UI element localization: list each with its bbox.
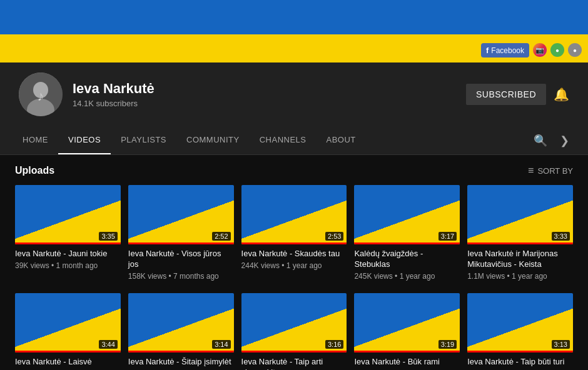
video-thumb-7: 3:14 <box>128 293 234 352</box>
video-duration-3: 2:53 <box>325 232 343 241</box>
channel-info: ♪ Ieva Narkutė 14.1K subscribers <box>19 72 155 116</box>
uploads-title: Uploads <box>15 165 54 176</box>
video-card-2[interactable]: 2:52 Ieva Narkutė - Visos jūros jos 158K… <box>128 185 234 281</box>
sort-by-label: SORT BY <box>537 166 573 176</box>
main-content: Uploads ≡ SORT BY 3:35 Ieva Narkutė - Ja… <box>0 155 588 370</box>
video-card-1[interactable]: 3:35 Ieva Narkutė - Jauni tokie 39K view… <box>15 185 121 281</box>
video-meta-4: 245K views • 1 year ago <box>354 272 460 281</box>
video-thumb-8: 3:16 <box>241 293 347 352</box>
video-title-9: Ieva Narkutė - Būk rami <box>354 357 460 368</box>
video-card-7[interactable]: 3:14 Ieva Narkutė - Šitaip įsimylėt <box>128 293 234 370</box>
video-meta-1: 39K views • 1 month ago <box>15 261 121 270</box>
video-thumb-3: 2:53 <box>241 185 347 244</box>
video-duration-4: 3:17 <box>438 232 457 241</box>
tab-home[interactable]: HOME <box>13 126 58 154</box>
video-card-8[interactable]: 3:16 Ieva Narkutė - Taip arti vienas kit… <box>241 293 347 370</box>
video-thumb-9: 3:19 <box>354 293 460 352</box>
video-card-4[interactable]: 3:17 Kalėdų žvaigždės - Stebuklas 245K v… <box>354 185 460 281</box>
video-title-1: Ieva Narkutė - Jauni tokie <box>15 249 121 259</box>
video-title-6: Ieva Narkutė - Laisvė <box>15 357 121 368</box>
video-card-3[interactable]: 2:53 Ieva Narkutė - Skaudės tau 244K vie… <box>241 185 347 281</box>
social-links: f Facebook 📷 ● ● <box>481 43 582 58</box>
video-duration-5: 3:33 <box>552 232 570 241</box>
video-meta-5: 1.1M views • 1 year ago <box>467 272 573 281</box>
video-duration-9: 3:19 <box>438 340 457 349</box>
instagram-button[interactable]: 📷 <box>533 43 547 57</box>
video-title-10: Ieva Narkutė - Taip būti turi <box>467 357 573 368</box>
channel-text: Ieva Narkutė 14.1K subscribers <box>73 81 155 108</box>
video-grid-row1: 3:35 Ieva Narkutė - Jauni tokie 39K view… <box>15 185 573 281</box>
video-meta-2: 158K views • 7 months ago <box>128 272 234 281</box>
notification-bell-button[interactable]: 🔔 <box>554 87 569 102</box>
channel-banner: f Facebook 📷 ● ● <box>0 0 588 62</box>
video-title-3: Ieva Narkutė - Skaudės tau <box>241 249 347 259</box>
video-thumb-1: 3:35 <box>15 185 121 244</box>
facebook-icon: f <box>486 46 489 55</box>
video-title-7: Ieva Narkutė - Šitaip įsimylėt <box>128 357 234 368</box>
tab-channels[interactable]: CHANNELS <box>250 126 317 154</box>
sort-by-button[interactable]: ≡ SORT BY <box>528 165 573 176</box>
video-duration-7: 3:14 <box>212 340 230 349</box>
search-icon[interactable]: 🔍 <box>527 128 554 154</box>
video-thumb-6: 3:44 <box>15 293 121 352</box>
avatar: ♪ <box>19 72 63 116</box>
subscribed-button[interactable]: SUBSCRIBED <box>466 84 546 105</box>
svg-text:♪: ♪ <box>38 88 44 104</box>
channel-name: Ieva Narkutė <box>73 81 155 97</box>
subscriber-count: 14.1K subscribers <box>73 99 155 108</box>
video-title-4: Kalėdų žvaigždės - Stebuklas <box>354 249 460 270</box>
channel-header: ♪ Ieva Narkutė 14.1K subscribers SUBSCRI… <box>0 62 588 126</box>
facebook-button[interactable]: f Facebook <box>481 43 529 58</box>
facebook-label: Facebook <box>491 46 524 55</box>
more-icon[interactable]: ❯ <box>554 128 575 154</box>
tab-community[interactable]: COMMUNITY <box>176 126 250 154</box>
video-grid-row2: 3:44 Ieva Narkutė - Laisvė 3:14 Ieva Nar… <box>15 293 573 370</box>
video-duration-2: 2:52 <box>212 232 230 241</box>
banner-top <box>0 0 588 34</box>
tab-about[interactable]: ABOUT <box>317 126 366 154</box>
social-green-button[interactable]: ● <box>550 43 564 57</box>
social-gray-button[interactable]: ● <box>568 43 582 57</box>
video-duration-6: 3:44 <box>99 340 117 349</box>
video-title-5: Ieva Narkutė ir Marijonas Mikutavičius -… <box>467 249 573 270</box>
nav-tabs: HOME VIDEOS PLAYLISTS COMMUNITY CHANNELS… <box>0 126 588 155</box>
video-thumb-4: 3:17 <box>354 185 460 244</box>
tab-videos[interactable]: VIDEOS <box>58 126 111 154</box>
avatar-image: ♪ <box>19 72 63 116</box>
video-card-5[interactable]: 3:33 Ieva Narkutė ir Marijonas Mikutavič… <box>467 185 573 281</box>
video-thumb-5: 3:33 <box>467 185 573 244</box>
video-thumb-10: 3:13 <box>467 293 573 352</box>
video-duration-10: 3:13 <box>552 340 570 349</box>
video-card-10[interactable]: 3:13 Ieva Narkutė - Taip būti turi <box>467 293 573 370</box>
video-thumb-2: 2:52 <box>128 185 234 244</box>
channel-actions: SUBSCRIBED 🔔 <box>466 84 569 105</box>
video-title-8: Ieva Narkutė - Taip arti vienas kito <box>241 357 347 370</box>
bell-icon: 🔔 <box>554 88 569 101</box>
video-card-9[interactable]: 3:19 Ieva Narkutė - Būk rami <box>354 293 460 370</box>
video-title-2: Ieva Narkutė - Visos jūros jos <box>128 249 234 270</box>
tab-playlists[interactable]: PLAYLISTS <box>111 126 176 154</box>
video-duration-1: 3:35 <box>99 232 117 241</box>
sort-icon: ≡ <box>528 165 534 176</box>
video-meta-3: 244K views • 1 year ago <box>241 261 347 270</box>
uploads-section-header: Uploads ≡ SORT BY <box>15 165 573 176</box>
video-card-6[interactable]: 3:44 Ieva Narkutė - Laisvė <box>15 293 121 370</box>
video-duration-8: 3:16 <box>325 340 343 349</box>
